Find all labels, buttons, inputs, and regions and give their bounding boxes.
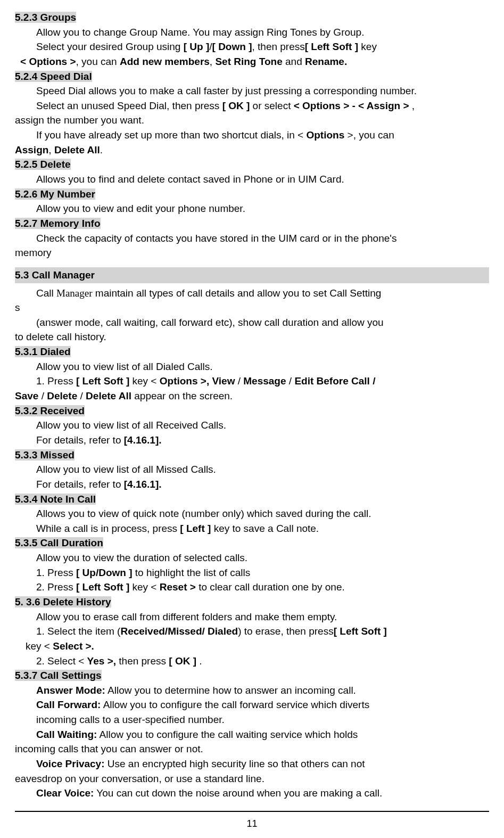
body-text: Select an unused Speed Dial, then press … [15, 99, 489, 113]
body-text: Allow you to view list of all Received C… [15, 418, 489, 432]
body-text: Allow you to view and edit your phone nu… [15, 202, 489, 216]
body-text: While a call is in process, press [ Left… [15, 522, 489, 536]
body-text: Allow you to view list of all Dialed Cal… [15, 360, 489, 374]
body-text: incoming calls to a user-specified numbe… [15, 713, 489, 727]
body-text: Allows you to find and delete contact sa… [15, 172, 489, 186]
body-text: Call Waiting: Allow you to configure the… [15, 728, 489, 742]
body-text: Select your desired Group using [ Up ]/[… [15, 40, 489, 54]
body-text: Allow you to view list of all Missed Cal… [15, 463, 489, 476]
body-text: Answer Mode: Allow you to determine how … [15, 684, 489, 697]
heading-53: 5.3 Call Manager [15, 267, 489, 283]
body-text: Call Forward: Allow you to configure the… [15, 698, 489, 712]
body-text: s [15, 301, 489, 315]
body-text: key < Select >. [15, 639, 489, 653]
body-text: If you have already set up more than two… [15, 128, 489, 142]
heading-535: 5.3.5 Call Duration [15, 537, 103, 548]
body-text: Check the capacity of contacts you have … [15, 232, 489, 245]
heading-523: 5.2.3 Groups [15, 12, 76, 23]
heading-524: 5.2.4 Speed Dial [15, 71, 92, 82]
heading-526: 5.2.6 My Number [15, 188, 95, 200]
body-text: incoming calls that you can answer or no… [15, 742, 489, 756]
body-text: For details, refer to [4.16.1]. [15, 478, 489, 491]
page-number: 11 [15, 817, 489, 830]
heading-525: 5.2.5 Delete [15, 159, 71, 170]
body-text: 2. Press [ Left Soft ] key < Reset > to … [15, 580, 489, 594]
heading-534: 5.3.4 Note In Call [15, 494, 96, 505]
body-text: 1. Press [ Up/Down ] to highlight the li… [15, 566, 489, 580]
body-text: (answer mode, call waiting, call forward… [15, 316, 489, 330]
heading-531: 5.3.1 Dialed [15, 346, 71, 357]
body-text: Speed Dial allows you to make a call fas… [15, 84, 489, 98]
body-text: memory [15, 246, 489, 260]
heading-536: 5. 3.6 Delete History [15, 596, 111, 607]
body-text: Clear Voice: You can cut down the noise … [15, 786, 489, 800]
body-text: Allow you to change Group Name. You may … [15, 26, 489, 39]
body-text: Allows you to view of quick note (number… [15, 507, 489, 521]
body-text: Allow you to view the duration of select… [15, 551, 489, 565]
body-text: eavesdrop on your conversation, or use a… [15, 772, 489, 786]
body-text: Save / Delete / Delete All appear on the… [15, 389, 489, 403]
heading-537: 5.3.7 Call Settings [15, 670, 102, 681]
body-text: Voice Privacy: Use an encrypted high sec… [15, 757, 489, 771]
heading-533: 5.3.3 Missed [15, 449, 75, 461]
body-text: 2. Select < Yes >, then press [ OK ] . [15, 654, 489, 668]
body-text: 1. Select the item (Received/Missed/ Dia… [15, 625, 489, 638]
body-text: to delete call history. [15, 330, 489, 344]
body-text: < Options >, you can Add new members, Se… [15, 55, 489, 69]
body-text: Allow you to erase call from different f… [15, 610, 489, 624]
heading-532: 5.3.2 Received [15, 405, 85, 416]
body-text: assign the number you want. [15, 113, 489, 127]
body-text: Call Manager maintain all types of call … [15, 286, 489, 300]
body-text: For details, refer to [4.16.1]. [15, 433, 489, 447]
footer-rule [15, 811, 489, 812]
body-text: Assign, Delete All. [15, 143, 489, 157]
body-text: 1. Press [ Left Soft ] key < Options >, … [15, 374, 489, 388]
heading-527: 5.2.7 Memory Info [15, 218, 101, 229]
